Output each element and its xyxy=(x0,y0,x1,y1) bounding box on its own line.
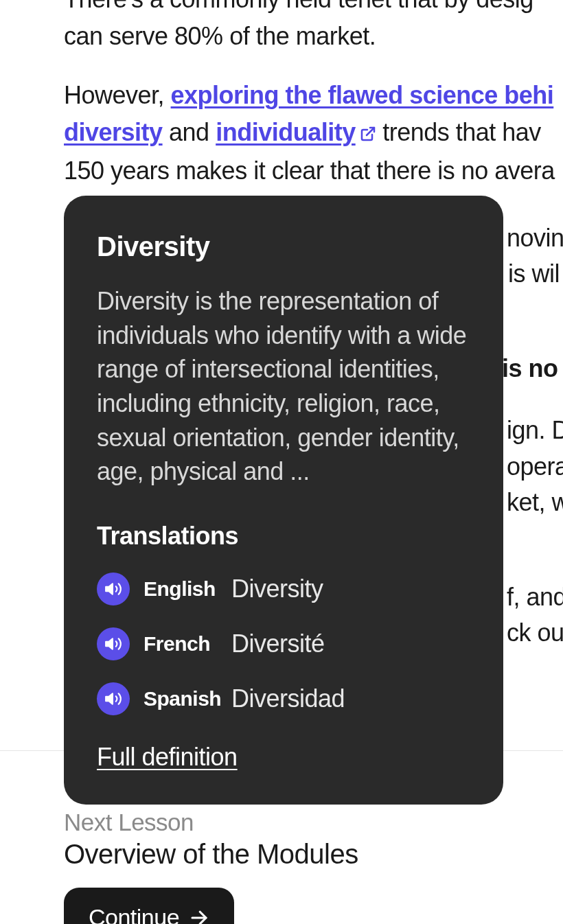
bg-fragment: ck ou xyxy=(507,614,563,651)
bg-fragment: is no a xyxy=(502,350,563,387)
speaker-icon xyxy=(104,635,122,653)
definition-tooltip: Diversity Diversity is the representatio… xyxy=(64,196,503,805)
external-link-icon xyxy=(360,115,376,152)
bg-fragment: novin xyxy=(507,220,563,257)
translation-row-english: English Diversity xyxy=(97,573,470,605)
paragraph-1: There's a commonly held tenet that by de… xyxy=(64,0,563,55)
next-lesson-section: Next Lesson Overview of the Modules xyxy=(64,809,358,870)
article-content: There's a commonly held tenet that by de… xyxy=(0,0,563,189)
audio-play-button[interactable] xyxy=(97,573,130,605)
paragraph-2: However, exploring the flawed science be… xyxy=(64,77,563,189)
svg-line-0 xyxy=(367,128,374,135)
para2-start: However, xyxy=(64,81,171,109)
tooltip-definition: Diversity is the representation of indiv… xyxy=(97,284,470,489)
continue-button[interactable]: Continue xyxy=(64,888,234,924)
bg-fragment: f, and xyxy=(507,579,563,616)
arrow-right-icon xyxy=(189,908,209,925)
svg-marker-3 xyxy=(106,693,113,704)
translation-language: Spanish xyxy=(143,687,231,711)
link-flawed-science[interactable]: exploring the flawed science behi xyxy=(171,81,554,109)
link-diversity[interactable]: diversity xyxy=(64,118,163,146)
para1-line2: can serve 80% of the market. xyxy=(64,22,376,50)
speaker-icon xyxy=(104,580,122,598)
translation-row-spanish: Spanish Diversidad xyxy=(97,682,470,715)
para2-line2: 150 years makes it clear that there is n… xyxy=(64,157,555,185)
full-definition-link[interactable]: Full definition xyxy=(97,743,238,772)
translation-row-french: French Diversité xyxy=(97,627,470,660)
translations-heading: Translations xyxy=(97,522,470,551)
audio-play-button[interactable] xyxy=(97,627,130,660)
translation-word: Diversidad xyxy=(231,684,345,713)
para2-end: trends that hav xyxy=(376,118,541,146)
translation-language: English xyxy=(143,577,231,601)
svg-marker-2 xyxy=(106,638,113,649)
translation-language: French xyxy=(143,632,231,656)
bg-fragment: is wil xyxy=(508,255,560,292)
translation-word: Diversité xyxy=(231,630,325,658)
para2-mid: and xyxy=(163,118,216,146)
speaker-icon xyxy=(104,690,122,708)
link-individuality[interactable]: individuality xyxy=(216,118,376,146)
continue-label: Continue xyxy=(89,904,179,924)
next-lesson-title: Overview of the Modules xyxy=(64,839,358,870)
audio-play-button[interactable] xyxy=(97,682,130,715)
bg-fragment: opera xyxy=(507,448,563,485)
bg-fragment: ign. D xyxy=(507,412,563,449)
translation-word: Diversity xyxy=(231,575,323,603)
bg-fragment: ket, w xyxy=(507,484,563,521)
tooltip-title: Diversity xyxy=(97,231,470,262)
para1-frag: There's a commonly held tenet that by de… xyxy=(64,0,533,13)
svg-marker-1 xyxy=(106,584,113,594)
next-lesson-label: Next Lesson xyxy=(64,809,358,836)
